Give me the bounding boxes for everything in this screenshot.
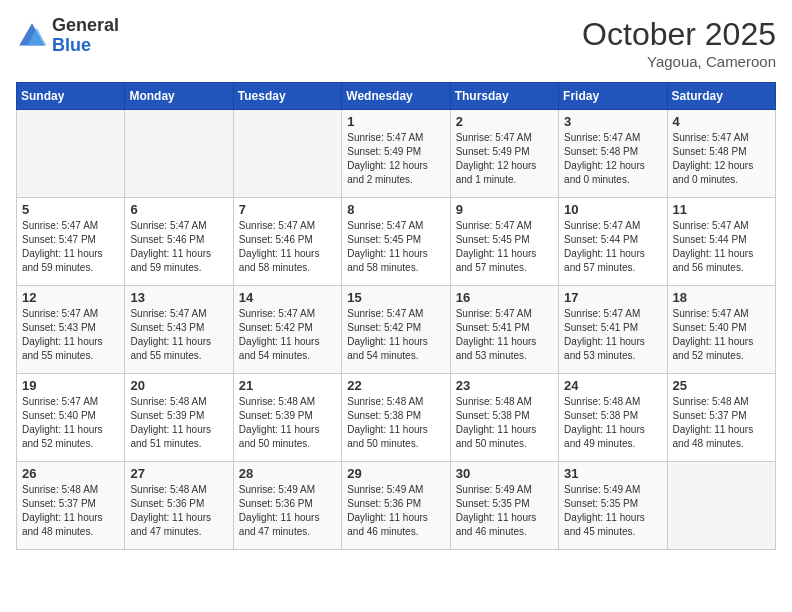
- header-cell-tuesday: Tuesday: [233, 83, 341, 110]
- day-cell: [125, 110, 233, 198]
- day-cell: 19Sunrise: 5:47 AM Sunset: 5:40 PM Dayli…: [17, 374, 125, 462]
- day-info: Sunrise: 5:48 AM Sunset: 5:37 PM Dayligh…: [22, 483, 119, 539]
- day-info: Sunrise: 5:47 AM Sunset: 5:49 PM Dayligh…: [347, 131, 444, 187]
- page-header: General Blue October 2025 Yagoua, Camero…: [16, 16, 776, 70]
- logo-icon: [16, 20, 48, 52]
- day-info: Sunrise: 5:48 AM Sunset: 5:37 PM Dayligh…: [673, 395, 770, 451]
- header-cell-thursday: Thursday: [450, 83, 558, 110]
- day-number: 4: [673, 114, 770, 129]
- day-number: 6: [130, 202, 227, 217]
- day-cell: 6Sunrise: 5:47 AM Sunset: 5:46 PM Daylig…: [125, 198, 233, 286]
- day-number: 13: [130, 290, 227, 305]
- day-number: 5: [22, 202, 119, 217]
- week-row-1: 5Sunrise: 5:47 AM Sunset: 5:47 PM Daylig…: [17, 198, 776, 286]
- week-row-0: 1Sunrise: 5:47 AM Sunset: 5:49 PM Daylig…: [17, 110, 776, 198]
- day-number: 22: [347, 378, 444, 393]
- day-number: 23: [456, 378, 553, 393]
- day-info: Sunrise: 5:47 AM Sunset: 5:45 PM Dayligh…: [347, 219, 444, 275]
- calendar-header: SundayMondayTuesdayWednesdayThursdayFrid…: [17, 83, 776, 110]
- day-info: Sunrise: 5:47 AM Sunset: 5:47 PM Dayligh…: [22, 219, 119, 275]
- logo-general-text: General: [52, 16, 119, 36]
- day-number: 10: [564, 202, 661, 217]
- day-info: Sunrise: 5:47 AM Sunset: 5:45 PM Dayligh…: [456, 219, 553, 275]
- day-cell: 4Sunrise: 5:47 AM Sunset: 5:48 PM Daylig…: [667, 110, 775, 198]
- day-cell: 18Sunrise: 5:47 AM Sunset: 5:40 PM Dayli…: [667, 286, 775, 374]
- day-number: 20: [130, 378, 227, 393]
- day-cell: 3Sunrise: 5:47 AM Sunset: 5:48 PM Daylig…: [559, 110, 667, 198]
- day-number: 2: [456, 114, 553, 129]
- day-info: Sunrise: 5:48 AM Sunset: 5:39 PM Dayligh…: [239, 395, 336, 451]
- day-info: Sunrise: 5:48 AM Sunset: 5:39 PM Dayligh…: [130, 395, 227, 451]
- day-cell: 22Sunrise: 5:48 AM Sunset: 5:38 PM Dayli…: [342, 374, 450, 462]
- header-cell-sunday: Sunday: [17, 83, 125, 110]
- day-cell: 29Sunrise: 5:49 AM Sunset: 5:36 PM Dayli…: [342, 462, 450, 550]
- day-info: Sunrise: 5:47 AM Sunset: 5:44 PM Dayligh…: [673, 219, 770, 275]
- day-info: Sunrise: 5:47 AM Sunset: 5:41 PM Dayligh…: [456, 307, 553, 363]
- day-number: 31: [564, 466, 661, 481]
- day-cell: [233, 110, 341, 198]
- day-info: Sunrise: 5:49 AM Sunset: 5:35 PM Dayligh…: [456, 483, 553, 539]
- day-cell: [667, 462, 775, 550]
- week-row-3: 19Sunrise: 5:47 AM Sunset: 5:40 PM Dayli…: [17, 374, 776, 462]
- day-cell: 17Sunrise: 5:47 AM Sunset: 5:41 PM Dayli…: [559, 286, 667, 374]
- day-info: Sunrise: 5:47 AM Sunset: 5:42 PM Dayligh…: [239, 307, 336, 363]
- logo-blue-text: Blue: [52, 36, 119, 56]
- day-cell: 1Sunrise: 5:47 AM Sunset: 5:49 PM Daylig…: [342, 110, 450, 198]
- day-cell: 15Sunrise: 5:47 AM Sunset: 5:42 PM Dayli…: [342, 286, 450, 374]
- day-number: 8: [347, 202, 444, 217]
- day-number: 28: [239, 466, 336, 481]
- day-info: Sunrise: 5:48 AM Sunset: 5:38 PM Dayligh…: [564, 395, 661, 451]
- month-title: October 2025: [582, 16, 776, 53]
- day-cell: [17, 110, 125, 198]
- day-info: Sunrise: 5:47 AM Sunset: 5:43 PM Dayligh…: [22, 307, 119, 363]
- day-cell: 31Sunrise: 5:49 AM Sunset: 5:35 PM Dayli…: [559, 462, 667, 550]
- day-info: Sunrise: 5:47 AM Sunset: 5:49 PM Dayligh…: [456, 131, 553, 187]
- day-cell: 28Sunrise: 5:49 AM Sunset: 5:36 PM Dayli…: [233, 462, 341, 550]
- day-number: 18: [673, 290, 770, 305]
- day-number: 3: [564, 114, 661, 129]
- day-number: 7: [239, 202, 336, 217]
- day-cell: 2Sunrise: 5:47 AM Sunset: 5:49 PM Daylig…: [450, 110, 558, 198]
- day-number: 27: [130, 466, 227, 481]
- title-block: October 2025 Yagoua, Cameroon: [582, 16, 776, 70]
- day-cell: 11Sunrise: 5:47 AM Sunset: 5:44 PM Dayli…: [667, 198, 775, 286]
- day-info: Sunrise: 5:47 AM Sunset: 5:40 PM Dayligh…: [673, 307, 770, 363]
- day-cell: 25Sunrise: 5:48 AM Sunset: 5:37 PM Dayli…: [667, 374, 775, 462]
- day-cell: 9Sunrise: 5:47 AM Sunset: 5:45 PM Daylig…: [450, 198, 558, 286]
- day-info: Sunrise: 5:47 AM Sunset: 5:46 PM Dayligh…: [130, 219, 227, 275]
- day-cell: 21Sunrise: 5:48 AM Sunset: 5:39 PM Dayli…: [233, 374, 341, 462]
- day-number: 29: [347, 466, 444, 481]
- day-cell: 23Sunrise: 5:48 AM Sunset: 5:38 PM Dayli…: [450, 374, 558, 462]
- day-cell: 16Sunrise: 5:47 AM Sunset: 5:41 PM Dayli…: [450, 286, 558, 374]
- day-info: Sunrise: 5:47 AM Sunset: 5:48 PM Dayligh…: [564, 131, 661, 187]
- day-number: 9: [456, 202, 553, 217]
- day-cell: 5Sunrise: 5:47 AM Sunset: 5:47 PM Daylig…: [17, 198, 125, 286]
- day-info: Sunrise: 5:48 AM Sunset: 5:38 PM Dayligh…: [347, 395, 444, 451]
- day-info: Sunrise: 5:49 AM Sunset: 5:35 PM Dayligh…: [564, 483, 661, 539]
- day-number: 30: [456, 466, 553, 481]
- day-cell: 8Sunrise: 5:47 AM Sunset: 5:45 PM Daylig…: [342, 198, 450, 286]
- calendar-body: 1Sunrise: 5:47 AM Sunset: 5:49 PM Daylig…: [17, 110, 776, 550]
- day-number: 11: [673, 202, 770, 217]
- day-cell: 30Sunrise: 5:49 AM Sunset: 5:35 PM Dayli…: [450, 462, 558, 550]
- day-info: Sunrise: 5:47 AM Sunset: 5:43 PM Dayligh…: [130, 307, 227, 363]
- day-number: 24: [564, 378, 661, 393]
- day-number: 25: [673, 378, 770, 393]
- header-row: SundayMondayTuesdayWednesdayThursdayFrid…: [17, 83, 776, 110]
- logo: General Blue: [16, 16, 119, 56]
- day-number: 17: [564, 290, 661, 305]
- day-cell: 27Sunrise: 5:48 AM Sunset: 5:36 PM Dayli…: [125, 462, 233, 550]
- day-number: 19: [22, 378, 119, 393]
- day-info: Sunrise: 5:47 AM Sunset: 5:46 PM Dayligh…: [239, 219, 336, 275]
- header-cell-friday: Friday: [559, 83, 667, 110]
- day-info: Sunrise: 5:49 AM Sunset: 5:36 PM Dayligh…: [347, 483, 444, 539]
- day-cell: 14Sunrise: 5:47 AM Sunset: 5:42 PM Dayli…: [233, 286, 341, 374]
- day-number: 15: [347, 290, 444, 305]
- day-cell: 13Sunrise: 5:47 AM Sunset: 5:43 PM Dayli…: [125, 286, 233, 374]
- header-cell-monday: Monday: [125, 83, 233, 110]
- logo-text: General Blue: [52, 16, 119, 56]
- location: Yagoua, Cameroon: [582, 53, 776, 70]
- day-info: Sunrise: 5:49 AM Sunset: 5:36 PM Dayligh…: [239, 483, 336, 539]
- day-number: 16: [456, 290, 553, 305]
- week-row-4: 26Sunrise: 5:48 AM Sunset: 5:37 PM Dayli…: [17, 462, 776, 550]
